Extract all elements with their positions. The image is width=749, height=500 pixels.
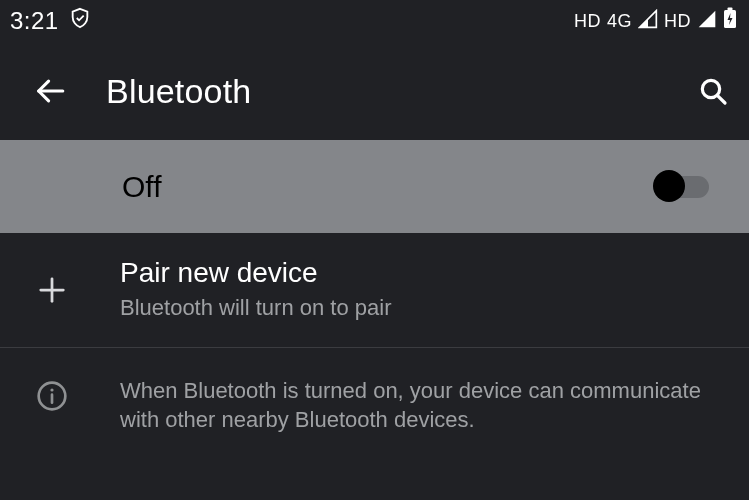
toggle-thumb bbox=[653, 170, 685, 202]
hd-indicator-2: HD bbox=[664, 11, 691, 32]
status-time: 3:21 bbox=[10, 7, 59, 35]
svg-rect-1 bbox=[728, 8, 733, 11]
shield-icon bbox=[69, 7, 91, 35]
signal-icon-2 bbox=[697, 7, 717, 35]
svg-line-4 bbox=[717, 95, 725, 103]
pair-title: Pair new device bbox=[120, 257, 717, 289]
battery-icon bbox=[723, 7, 737, 35]
status-bar: 3:21 HD 4G HD bbox=[0, 0, 749, 42]
pair-text-wrap: Pair new device Bluetooth will turn on t… bbox=[120, 257, 717, 323]
page-title: Bluetooth bbox=[106, 72, 657, 111]
status-left: 3:21 bbox=[10, 7, 91, 35]
bluetooth-toggle-row[interactable]: Off bbox=[0, 140, 749, 233]
bluetooth-toggle-switch[interactable] bbox=[655, 176, 709, 198]
hd-indicator: HD bbox=[574, 11, 601, 32]
svg-point-9 bbox=[50, 388, 53, 391]
arrow-left-icon bbox=[33, 74, 67, 108]
plus-icon bbox=[32, 275, 72, 305]
bluetooth-state-label: Off bbox=[122, 170, 161, 204]
status-right: HD 4G HD bbox=[574, 7, 737, 35]
network-type-label: 4G bbox=[607, 11, 632, 32]
info-icon bbox=[32, 376, 72, 412]
search-icon bbox=[697, 75, 729, 107]
back-button[interactable] bbox=[32, 73, 68, 109]
bluetooth-info-row: When Bluetooth is turned on, your device… bbox=[0, 347, 749, 463]
app-bar: Bluetooth bbox=[0, 42, 749, 140]
info-text-wrap: When Bluetooth is turned on, your device… bbox=[120, 376, 717, 435]
bluetooth-info-text: When Bluetooth is turned on, your device… bbox=[120, 376, 717, 435]
pair-subtitle: Bluetooth will turn on to pair bbox=[120, 293, 717, 323]
signal-icon bbox=[638, 7, 658, 35]
pair-new-device-row[interactable]: Pair new device Bluetooth will turn on t… bbox=[0, 233, 749, 347]
search-button[interactable] bbox=[695, 73, 731, 109]
